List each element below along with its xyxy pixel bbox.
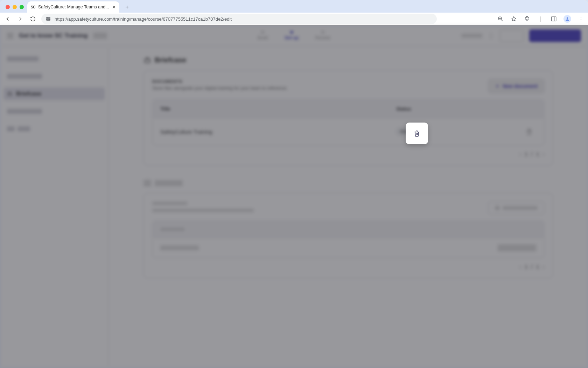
extensions-icon[interactable] xyxy=(524,15,531,22)
browser-chrome: SC SafetyCulture: Manage Teams and... ✕ … xyxy=(0,0,588,25)
url-bar[interactable]: https://app.safetyculture.com/training/m… xyxy=(41,14,437,24)
sidepanel-icon[interactable] xyxy=(550,15,557,22)
window-minimize-icon[interactable] xyxy=(13,5,17,9)
nav-reload-button[interactable] xyxy=(29,15,37,23)
tab-strip: SC SafetyCulture: Manage Teams and... ✕ … xyxy=(0,0,588,13)
chrome-menu-icon[interactable]: ⋮ xyxy=(578,15,584,22)
window-controls xyxy=(4,5,27,13)
profile-avatar-icon[interactable] xyxy=(564,15,571,23)
tab-close-icon[interactable]: ✕ xyxy=(112,5,116,10)
app-area: Get to know SC Training Build Set up Rev… xyxy=(0,25,588,368)
zoom-icon[interactable] xyxy=(497,15,504,22)
favicon-icon: SC xyxy=(31,5,35,9)
svg-point-3 xyxy=(49,20,49,20)
dim-overlay[interactable] xyxy=(0,25,588,368)
browser-toolbar: https://app.safetyculture.com/training/m… xyxy=(0,13,588,25)
window-close-icon[interactable] xyxy=(6,5,10,9)
nav-forward-button[interactable] xyxy=(16,15,24,23)
bookmark-star-icon[interactable] xyxy=(510,15,517,22)
svg-rect-5 xyxy=(551,17,556,21)
svg-point-2 xyxy=(47,18,48,18)
url-text: https://app.safetyculture.com/training/m… xyxy=(55,16,232,22)
svg-point-6 xyxy=(567,17,568,19)
nav-back-button[interactable] xyxy=(4,15,12,23)
separator: | xyxy=(537,15,544,22)
window-zoom-icon[interactable] xyxy=(20,5,24,9)
tab-title: SafetyCulture: Manage Teams and... xyxy=(38,5,109,9)
browser-tab[interactable]: SC SafetyCulture: Manage Teams and... ✕ xyxy=(27,1,119,13)
trash-icon xyxy=(413,130,420,137)
site-settings-icon[interactable] xyxy=(46,16,51,22)
highlighted-delete-button[interactable] xyxy=(406,123,428,144)
new-tab-button[interactable]: ＋ xyxy=(122,2,132,12)
